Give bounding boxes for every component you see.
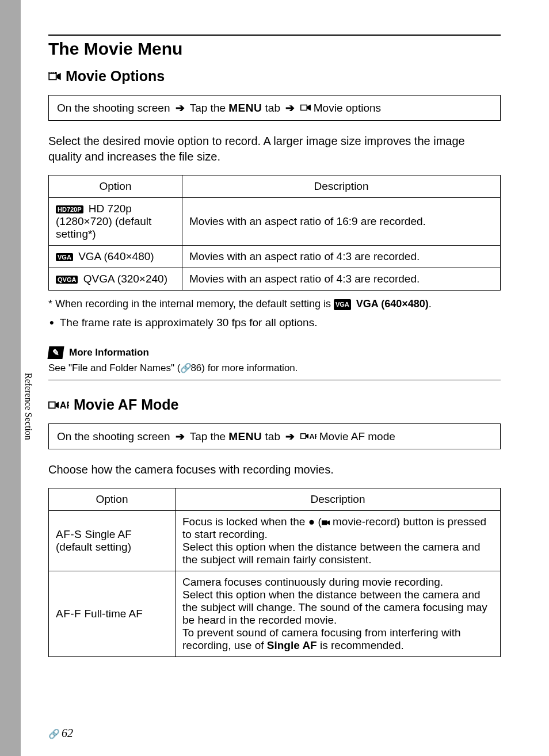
col-header-description: Description <box>182 175 501 198</box>
svg-rect-1 <box>49 74 56 79</box>
svg-marker-9 <box>307 105 311 111</box>
col-header-description: Description <box>176 488 501 511</box>
table-row: QVGA QVGA (320×240) Movies with an aspec… <box>49 268 501 291</box>
format-badge: QVGA <box>56 276 78 284</box>
info-text: ) for more information. <box>201 362 298 373</box>
nav-path-movie-options: On the shooting screen ➔ Tap the MENU ta… <box>48 95 501 121</box>
bullet-note: The frame rate is approximately 30 fps f… <box>48 315 501 330</box>
movie-icon <box>48 72 61 81</box>
col-header-option: Option <box>49 175 182 198</box>
heading-movie-options: Movie Options <box>48 68 501 85</box>
svg-rect-5 <box>52 72 53 73</box>
svg-text:AF: AF <box>60 400 69 410</box>
more-info-body: See "File and Folder Names" (🔗86) for mo… <box>48 362 501 374</box>
page-root: Reference Section The Movie Menu Movie O… <box>0 0 549 756</box>
table-row: AF-F Full-time AF Camera focuses continu… <box>49 571 501 657</box>
nav-text: tab <box>265 430 280 442</box>
info-text: See "File and Folder Names" ( <box>48 362 180 373</box>
nav-text: Tap the <box>190 102 226 114</box>
svg-rect-18 <box>322 520 327 525</box>
option-label: Full-time AF <box>85 608 143 620</box>
section-movie-options: Movie Options On the shooting screen ➔ T… <box>48 68 501 374</box>
option-description: Focus is locked when the ● ( movie-recor… <box>176 511 501 571</box>
option-description: Movies with an aspect ratio of 16:9 are … <box>182 198 501 246</box>
svg-marker-12 <box>56 402 59 408</box>
nav-text: On the shooting screen <box>57 430 170 442</box>
af-mode-code: AF-S <box>56 528 82 540</box>
movie-af-icon: AF <box>48 399 69 411</box>
svg-marker-2 <box>57 72 61 79</box>
table-row: VGA VGA (640×480) Movies with an aspect … <box>49 246 501 268</box>
format-badge: HD720P <box>56 205 83 213</box>
page-ref: 86 <box>190 362 201 373</box>
nav-path-movie-af: On the shooting screen ➔ Tap the MENU ta… <box>48 423 501 449</box>
note-icon: ✎ <box>47 346 64 359</box>
nav-text: Movie AF mode <box>319 430 395 442</box>
svg-rect-15 <box>301 434 305 438</box>
option-label: QVGA (320×240) <box>83 273 167 285</box>
svg-text:AF: AF <box>309 433 317 440</box>
menu-tab-label: MENU <box>228 430 262 442</box>
svg-marker-19 <box>327 520 330 525</box>
heading-movie-af: AF Movie AF Mode <box>48 396 501 413</box>
menu-tab-label: MENU <box>228 102 262 114</box>
page-number: 🔗 62 <box>48 727 73 740</box>
af-options-table: Option Description AF-S Single AF (defau… <box>48 488 501 657</box>
nav-text: tab <box>265 102 280 114</box>
svg-rect-4 <box>49 72 51 73</box>
page-title: The Movie Menu <box>48 35 501 59</box>
arrow-icon: ➔ <box>176 430 185 442</box>
left-margin <box>0 0 21 756</box>
svg-rect-6 <box>54 72 55 73</box>
link-icon: 🔗 <box>180 362 188 373</box>
footnote-text: . <box>429 298 432 310</box>
svg-rect-8 <box>301 105 306 110</box>
link-icon: 🔗 <box>48 728 56 739</box>
intro-paragraph: Select the desired movie option to recor… <box>48 133 501 165</box>
movie-icon <box>300 104 311 112</box>
nav-text: On the shooting screen <box>57 102 170 114</box>
section-movie-af-mode: AF Movie AF Mode On the shooting screen … <box>48 380 501 657</box>
heading-text: Movie AF Mode <box>74 396 178 413</box>
option-label: VGA (640×480) <box>78 250 154 262</box>
table-row: AF-S Single AF (default setting) Focus i… <box>49 511 501 571</box>
record-button-icon: ● <box>308 516 315 528</box>
nav-text: Movie options <box>314 102 381 114</box>
movie-af-icon: AF <box>300 432 317 440</box>
nav-text: Tap the <box>190 430 226 442</box>
arrow-icon: ➔ <box>285 430 295 442</box>
af-mode-code: AF-F <box>56 608 81 620</box>
format-badge: VGA <box>334 299 351 310</box>
col-header-option: Option <box>49 488 176 511</box>
arrow-icon: ➔ <box>176 102 185 114</box>
table-row: HD720P HD 720p (1280×720) (default setti… <box>49 198 501 246</box>
footnote-text: * When recording in the internal memory,… <box>48 298 331 310</box>
option-description: Camera focuses continuously during movie… <box>176 571 501 657</box>
footnote: * When recording in the internal memory,… <box>48 296 501 312</box>
svg-marker-16 <box>306 434 308 438</box>
options-table: Option Description HD720P HD 720p (1280×… <box>48 175 501 291</box>
option-description: Movies with an aspect ratio of 4:3 are r… <box>182 246 501 268</box>
svg-rect-11 <box>49 402 55 407</box>
side-section-label: Reference Section <box>23 373 33 440</box>
more-info-block: ✎ More Information See "File and Folder … <box>48 346 501 374</box>
arrow-icon: ➔ <box>285 102 295 114</box>
intro-paragraph: Choose how the camera focuses with recor… <box>48 462 501 478</box>
format-badge: VGA <box>56 253 73 261</box>
info-heading-text: More Information <box>69 347 149 358</box>
more-info-heading: ✎ More Information <box>48 346 501 359</box>
heading-text: Movie Options <box>66 68 165 85</box>
footnote-bold: VGA (640×480) <box>356 298 429 310</box>
option-description: Movies with an aspect ratio of 4:3 are r… <box>182 268 501 291</box>
